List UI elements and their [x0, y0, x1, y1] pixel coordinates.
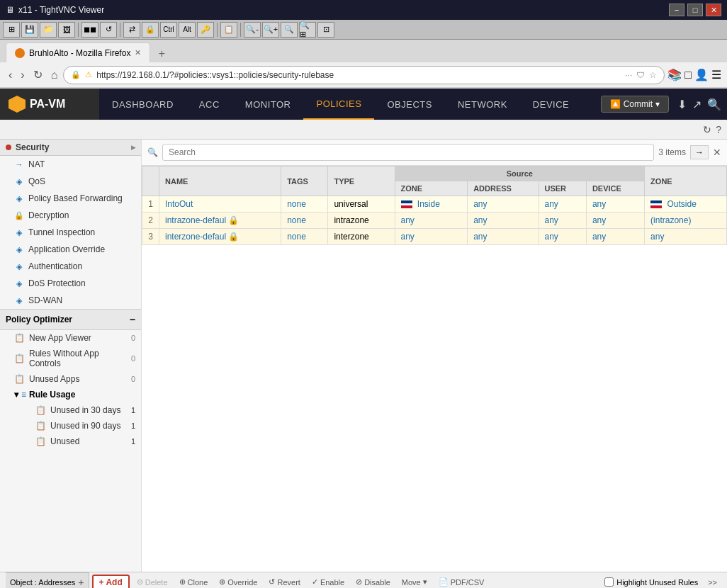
col-name[interactable]: NAME: [159, 166, 281, 196]
reload-btn[interactable]: ↻: [30, 67, 45, 83]
refresh-icon[interactable]: ↻: [703, 124, 711, 135]
sidebar-section-security[interactable]: Security ▸: [0, 140, 141, 156]
library-icon[interactable]: 📚: [667, 68, 682, 81]
nav-dashboard[interactable]: DASHBOARD: [99, 89, 186, 120]
col-src-zone[interactable]: ZONE: [395, 181, 468, 196]
nav-monitor[interactable]: MONITOR: [232, 89, 304, 120]
home-btn[interactable]: ⌂: [48, 67, 61, 83]
row1-dst-zone[interactable]: Outside: [645, 196, 727, 213]
obj-bar-add-btn[interactable]: +: [78, 577, 84, 588]
toolbar-grid-btn[interactable]: ⊞: [3, 22, 20, 38]
active-tab[interactable]: BruhloAlto - Mozilla Firefox ✕: [6, 43, 150, 62]
revert-btn[interactable]: ↺ Revert: [264, 576, 304, 588]
rule-usage-header[interactable]: ▾ ≡ Rule Usage: [0, 387, 141, 402]
url-text[interactable]: https://192.168.0.1/?#policies::vsys1::p…: [96, 70, 621, 80]
ru-unused-90[interactable]: 📋 Unused in 90 days 1: [0, 418, 141, 434]
highlight-unused-control[interactable]: Highlight Unused Rules: [604, 577, 698, 587]
row2-src-device[interactable]: any: [586, 213, 644, 229]
row2-dst-zone[interactable]: (intrazone): [645, 213, 727, 229]
row1-src-zone[interactable]: Inside: [395, 196, 468, 213]
row1-src-user[interactable]: any: [539, 196, 586, 213]
policy-optimizer-collapse-btn[interactable]: −: [130, 314, 135, 325]
override-btn[interactable]: ⊕ Override: [215, 576, 261, 588]
add-rule-btn[interactable]: + Add: [92, 575, 130, 589]
row3-src-addr[interactable]: any: [468, 229, 539, 245]
sidebar-item-auth[interactable]: ◈ Authentication: [0, 258, 141, 275]
policy-optimizer-header[interactable]: Policy Optimizer −: [0, 309, 141, 330]
toolbar-transfer-btn[interactable]: ⇄: [123, 22, 140, 38]
toolbar-zoom-full-btn[interactable]: 🔍⊞: [299, 22, 316, 38]
forward-btn[interactable]: ›: [18, 67, 27, 83]
sidebar-item-sdwan[interactable]: ◈ SD-WAN: [0, 292, 141, 309]
row3-src-device[interactable]: any: [586, 229, 644, 245]
sidebar-item-dos[interactable]: ◈ DoS Protection: [0, 275, 141, 292]
row1-name[interactable]: IntoOut: [159, 196, 281, 213]
col-src-device[interactable]: DEVICE: [586, 181, 644, 196]
sidebar-item-tunnel[interactable]: ◈ Tunnel Inspection: [0, 224, 141, 241]
toolbar-fullscreen-btn[interactable]: ⊡: [317, 22, 334, 38]
toolbar-pause-btn[interactable]: ◼◼: [81, 22, 98, 38]
po-new-app-viewer[interactable]: 📋 New App Viewer 0: [0, 330, 141, 346]
toolbar-alt-btn[interactable]: Alt: [179, 22, 196, 38]
row3-src-zone[interactable]: any: [395, 229, 468, 245]
sync-icon[interactable]: □: [684, 69, 692, 81]
disable-btn[interactable]: ⊘ Disable: [351, 576, 395, 588]
toolbar-clip-btn[interactable]: 📋: [220, 22, 237, 38]
nav-objects[interactable]: OBJECTS: [374, 89, 444, 120]
upload-icon[interactable]: ↗: [692, 98, 701, 111]
row3-src-user[interactable]: any: [539, 229, 586, 245]
close-btn[interactable]: ✕: [706, 4, 721, 16]
toolbar-image-btn[interactable]: 🖼: [58, 22, 75, 38]
sidebar-item-nat[interactable]: → NAT: [0, 156, 141, 173]
row3-tags[interactable]: none: [281, 229, 328, 245]
ru-unused-30[interactable]: 📋 Unused in 30 days 1: [0, 402, 141, 418]
commit-btn[interactable]: 🔼 Commit ▾: [601, 96, 669, 113]
delete-btn[interactable]: ⊖ Delete: [133, 576, 172, 588]
pdf-csv-btn[interactable]: 📄 PDF/CSV: [434, 576, 489, 588]
bookmark-more-icon[interactable]: ···: [625, 70, 632, 80]
new-tab-btn[interactable]: +: [153, 45, 170, 62]
row1-src-addr[interactable]: any: [468, 196, 539, 213]
row2-src-zone[interactable]: any: [395, 213, 468, 229]
nav-policies[interactable]: POLICIES: [303, 89, 374, 120]
shield-icon[interactable]: 🛡: [636, 70, 645, 80]
back-btn[interactable]: ‹: [6, 67, 15, 83]
row2-src-user[interactable]: any: [539, 213, 586, 229]
po-rules-without-app[interactable]: 📋 Rules Without App Controls 0: [0, 346, 141, 371]
account-icon[interactable]: 👤: [694, 68, 709, 81]
toolbar-folder-btn[interactable]: 📁: [40, 22, 57, 38]
toolbar-save-btn[interactable]: 💾: [21, 22, 38, 38]
search-next-btn[interactable]: →: [690, 145, 709, 159]
clone-btn[interactable]: ⊕ Clone: [175, 576, 213, 588]
help-icon[interactable]: ?: [716, 124, 721, 135]
col-src-address[interactable]: ADDRESS: [468, 181, 539, 196]
nav-device[interactable]: DEVICE: [520, 89, 582, 120]
row1-src-device[interactable]: any: [586, 196, 644, 213]
maximize-btn[interactable]: □: [687, 4, 703, 16]
toolbar-key-btn[interactable]: 🔑: [197, 22, 214, 38]
col-tags[interactable]: TAGS: [281, 166, 328, 196]
toolbar-zoom-out-btn[interactable]: 🔍-: [244, 22, 261, 38]
download-icon[interactable]: ⬇: [677, 98, 687, 111]
row3-dst-zone[interactable]: any: [645, 229, 727, 245]
ru-unused[interactable]: 📋 Unused 1: [0, 434, 141, 449]
search-icon[interactable]: 🔍: [707, 98, 721, 111]
enable-btn[interactable]: ✓ Enable: [308, 576, 349, 588]
minimize-btn[interactable]: −: [669, 4, 684, 16]
nav-acc[interactable]: ACC: [186, 89, 232, 120]
po-unused-apps[interactable]: 📋 Unused Apps 0: [0, 371, 141, 387]
row2-tags[interactable]: none: [281, 213, 328, 229]
titlebar-controls[interactable]: − □ ✕: [669, 4, 721, 16]
row3-name[interactable]: interzone-defaul 🔒: [159, 229, 281, 245]
col-dst-zone[interactable]: ZONE: [645, 166, 727, 196]
row2-src-addr[interactable]: any: [468, 213, 539, 229]
toolbar-refresh-btn[interactable]: ↺: [100, 22, 117, 38]
toolbar-zoom-in-btn[interactable]: 🔍+: [262, 22, 279, 38]
toolbar-zoom-fit-btn[interactable]: 🔍: [281, 22, 298, 38]
row1-tags[interactable]: none: [281, 196, 328, 213]
toolbar-ctrl-btn[interactable]: Ctrl: [160, 22, 177, 38]
nav-network[interactable]: NETWORK: [445, 89, 520, 120]
toolbar-lock-btn[interactable]: 🔒: [142, 22, 159, 38]
sidebar-item-appoverride[interactable]: ◈ Application Override: [0, 241, 141, 258]
move-btn[interactable]: Move ▾: [398, 576, 432, 588]
